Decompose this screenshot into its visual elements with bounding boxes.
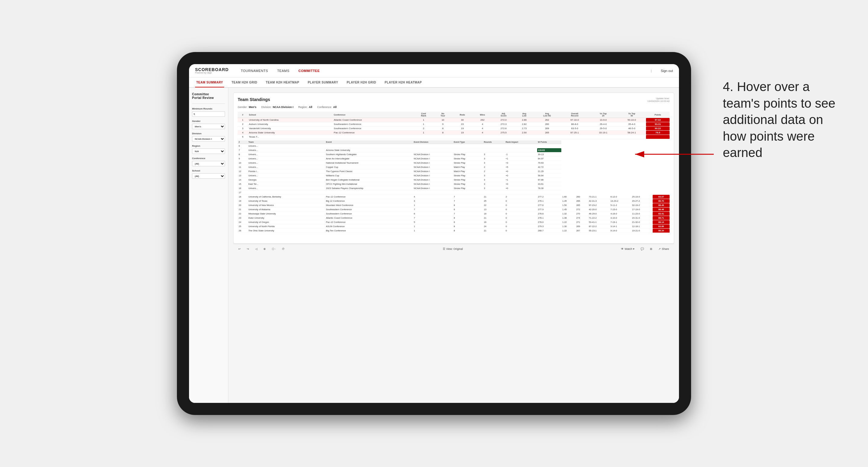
nav-teams[interactable]: TEAMS [277, 69, 289, 72]
update-time: Update time:13/03/2024 10:03:42 [648, 97, 670, 102]
share-btn[interactable]: ↗ Share [657, 247, 671, 251]
cell-school: University of North Carolina [248, 118, 333, 122]
sign-out[interactable]: Sign out [661, 69, 673, 72]
table-row[interactable]: 1 University of North Carolina Atlantic … [238, 118, 670, 122]
col-points: Points [646, 112, 670, 118]
report-header: Team Standings Update time:13/03/2024 10… [238, 97, 670, 102]
tab-team-h2h-grid[interactable]: TEAM H2H GRID [230, 78, 258, 87]
filter-bar-region: Region: All [298, 105, 312, 108]
filter-bar-division: Division: NCAA Division I [261, 105, 293, 108]
redo-btn[interactable]: ↪ [245, 247, 251, 251]
cell-points[interactable]: 90.22 [646, 126, 670, 131]
filter-division-label: Division [192, 132, 225, 135]
filter-region-select[interactable]: N/A All [192, 149, 225, 154]
table-row[interactable]: 22Mississippi State UniversitySoutheaste… [238, 212, 670, 216]
table-row[interactable]: 26The Ohio State UniversityBig Ten Confe… [238, 229, 670, 233]
settings-btn[interactable]: ⬡ · [270, 247, 277, 251]
comment-btn[interactable]: 💬 [639, 247, 645, 251]
share-icon: ↗ [658, 247, 661, 250]
cell-rnds: 30 [452, 118, 473, 122]
cell-adj-score: 272.0 [492, 118, 515, 122]
timer-btn[interactable]: ⏱ [280, 247, 286, 251]
cell-points[interactable]: 97.02 [646, 118, 670, 122]
filter-gender-select[interactable]: Men's Women's [192, 124, 225, 129]
table-row[interactable]: 19University of TexasBig 12 Conference 3… [238, 199, 670, 203]
filter-min-rounds-label: Minimum Rounds [192, 107, 225, 110]
cell-points[interactable]: 88.70 [653, 199, 670, 203]
tablet-screen: SCOREBOARD Powered by clippi TOURNAMENTS… [189, 64, 679, 403]
col-overall: OverallRecord [560, 112, 589, 118]
cell-avg-low-5: 262 [534, 118, 560, 122]
table-row[interactable]: 4 Arizona State University Pac-12 Confer… [238, 131, 670, 135]
tab-player-h2h-heatmap[interactable]: PLAYER H2H HEATMAP [383, 78, 423, 87]
annotation-area: 4. Hover over a team's points to see add… [723, 79, 850, 161]
filter-conference-select[interactable]: (All) [192, 161, 225, 166]
bottom-toolbar: ↩ ↪ ◁ ⊕ ⬡ · ⏱ ☰ View: Original 👁 Watch ▾ [233, 244, 674, 253]
watch-btn[interactable]: 👁 Watch ▾ [619, 247, 636, 251]
cell-points[interactable]: 88.49 [653, 203, 670, 208]
cell-points[interactable]: 93.31 [646, 122, 670, 126]
hover-col-impact: Rank Impact [505, 141, 537, 144]
cell-avg-low: 2.86 [515, 118, 534, 122]
cell-points[interactable]: 88.14 [653, 220, 670, 224]
hover-row: 17 [238, 191, 670, 195]
filter-bar-region-label: Region: [298, 105, 308, 108]
main-content: CommitteePortal Review Minimum Rounds Ge… [189, 88, 679, 403]
watch-label: Watch ▾ [624, 247, 634, 250]
table-row[interactable]: 24University of OregonPac-12 Conference … [238, 220, 670, 224]
filter-bar-division-value: NCAA Division I [273, 105, 293, 108]
cell-points[interactable]: 83.89 [653, 224, 670, 229]
table-row[interactable]: 2 Auburn University Southeastern Confere… [238, 122, 670, 126]
cell-points[interactable]: 88.34 [653, 229, 670, 233]
nav-committee[interactable]: COMMITTEE [299, 69, 320, 72]
table-row[interactable]: 25University of North FloridaASUN Confer… [238, 224, 670, 229]
view-original-btn[interactable]: ☰ View: Original [441, 247, 464, 251]
filter-school-select[interactable]: (All) [192, 173, 225, 179]
grid-btn[interactable]: ⊞ [648, 247, 654, 251]
cell-points[interactable]: 79.5 [646, 131, 670, 135]
view-icon: ☰ [443, 247, 445, 250]
undo-btn[interactable]: ↩ [237, 247, 242, 251]
table-row[interactable]: 23Duke UniversityAtlantic Coast Conferen… [238, 216, 670, 220]
hover-row: 12Florida I...The Cypress Point ClassicN… [238, 169, 670, 174]
hover-col-rounds: Rounds [483, 141, 505, 144]
nav-tournaments[interactable]: TOURNAMENTS [241, 69, 268, 72]
cell-school: Auburn University [248, 122, 333, 126]
filter-region: Region N/A All [192, 145, 225, 154]
cell-points[interactable] [646, 135, 670, 139]
filter-division: Division NCAA Division I NCAA Division I… [192, 132, 225, 142]
cell-points[interactable]: 83.07 [653, 195, 670, 199]
back-btn[interactable]: ◁ [254, 247, 259, 251]
cell-school: Vanderbilt University [248, 126, 333, 131]
col-rnds: Rnds [452, 112, 473, 118]
cell-conference: Atlantic Coast Conference [333, 118, 414, 122]
cell-no-tour: 10 [434, 118, 452, 122]
table-row[interactable]: 5 Texas T... [238, 135, 670, 139]
filter-min-rounds: Minimum Rounds [192, 107, 225, 117]
cell-rank: 2 [238, 122, 248, 126]
copy-btn[interactable]: ⊕ [262, 247, 267, 251]
tab-team-summary[interactable]: TEAM SUMMARY [195, 78, 224, 87]
table-row[interactable]: 18University of California, BerkeleyPac-… [238, 195, 670, 199]
col-school: School [248, 112, 333, 118]
cell-points[interactable]: 83.41 [653, 212, 670, 216]
tab-team-h2h-heatmap[interactable]: TEAM H2H HEATMAP [265, 78, 301, 87]
cell-school: Arizona State University [248, 131, 333, 135]
cell-points[interactable]: 88.48 [653, 208, 670, 212]
cell-points[interactable]: 88.71 [653, 216, 670, 220]
col-conf-rank: ConfRank [413, 112, 434, 118]
eye-icon: 👁 [621, 247, 624, 250]
tab-player-summary[interactable]: PLAYER SUMMARY [306, 78, 339, 87]
table-row[interactable]: 3 Vanderbilt University Southeastern Con… [238, 126, 670, 131]
tab-player-h2h-grid[interactable]: PLAYER H2H GRID [345, 78, 377, 87]
table-row[interactable]: 20University of New MexicoMountain West … [238, 203, 670, 208]
sub-nav: TEAM SUMMARY TEAM H2H GRID TEAM H2H HEAT… [189, 77, 679, 88]
hover-col-type: Event Type [453, 141, 483, 144]
table-row[interactable]: 21University of AlabamaSoutheastern Conf… [238, 208, 670, 212]
standings-table: # School Conference ConfRank NoTour Rnds… [238, 112, 670, 139]
share-label: Share [662, 247, 669, 250]
filter-bar-conference-value: All [333, 105, 337, 108]
filter-min-rounds-input[interactable] [192, 111, 225, 117]
col-wins: Wins [473, 112, 492, 118]
filter-division-select[interactable]: NCAA Division I NCAA Division II [192, 136, 225, 142]
